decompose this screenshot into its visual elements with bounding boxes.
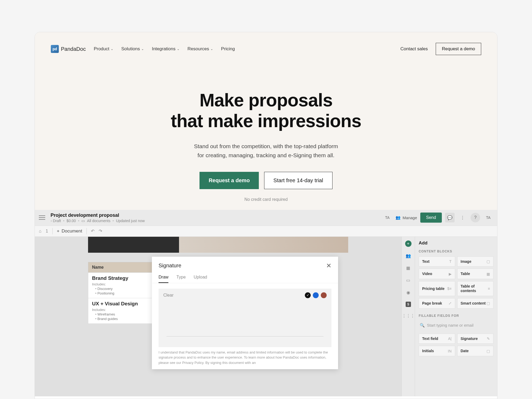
blocks-icon[interactable]: ▦ — [405, 265, 412, 271]
nav-right: Contact sales Request a demo — [400, 43, 481, 55]
block-page-break[interactable]: Page break⤢ — [419, 298, 455, 309]
page-count: 1 — [46, 229, 48, 234]
redo-icon[interactable]: ↷ — [99, 228, 102, 234]
color-black[interactable]: ✓ — [305, 292, 311, 298]
help-button[interactable]: ? — [471, 213, 480, 222]
block-label: Table of contents — [461, 284, 488, 293]
tab-upload[interactable]: Upload — [194, 272, 207, 283]
nav-label: Product — [94, 46, 109, 52]
recipient-search[interactable]: 🔍 Start typing name or email — [419, 321, 493, 330]
contact-sales-link[interactable]: Contact sales — [400, 46, 428, 52]
block-image[interactable]: Image▢ — [457, 256, 494, 267]
panel-content: Add CONTENT BLOCKS TextT Image▢ Video▶ T… — [415, 237, 497, 396]
color-blue[interactable] — [313, 292, 319, 298]
folder-label[interactable]: All documents — [87, 219, 110, 223]
chevron-down-icon: ⌄ — [111, 47, 113, 51]
color-red[interactable] — [321, 292, 327, 298]
nav-integrations[interactable]: Integrations ⌄ — [152, 46, 180, 52]
row-title: UX + Visual Design — [92, 301, 153, 307]
signature-title: Signature — [159, 263, 181, 269]
home-icon[interactable]: ⌂ — [39, 229, 41, 234]
block-table[interactable]: Table▦ — [457, 269, 494, 279]
add-document-button[interactable]: + Document — [57, 228, 82, 234]
updated-label: Updated just now — [116, 219, 145, 223]
row-item: Wireframes — [95, 312, 153, 316]
send-button[interactable]: Send — [420, 213, 442, 223]
block-smart-content[interactable]: Smart content▢ — [457, 298, 494, 309]
nav-pricing[interactable]: Pricing — [221, 46, 235, 52]
field-date[interactable]: Date▢ — [457, 346, 494, 356]
people-icon[interactable]: 👥 — [405, 253, 412, 259]
grid-icon[interactable]: ⋮⋮⋮ — [405, 313, 412, 319]
block-pricing-table[interactable]: Pricing table$≡ — [419, 281, 455, 296]
request-demo-cta[interactable]: Request a demo — [200, 172, 259, 189]
avatar[interactable]: TA — [483, 214, 493, 221]
document-side-table: Name Brand Strategy Includes: Discovery … — [88, 262, 157, 324]
hero-title-line2: that make impressions — [171, 111, 361, 131]
nav-solutions[interactable]: Solutions ⌄ — [121, 46, 144, 52]
hamburger-icon[interactable] — [39, 215, 45, 220]
pagebreak-icon: ⤢ — [448, 301, 452, 305]
block-label: Date — [461, 349, 469, 353]
nav-label: Integrations — [152, 46, 176, 52]
field-text[interactable]: Text fieldA| — [419, 334, 455, 344]
field-initials[interactable]: InitialsIN — [419, 346, 455, 356]
block-label: Page break — [422, 301, 442, 306]
block-text[interactable]: TextT — [419, 256, 455, 267]
request-demo-button[interactable]: Request a demo — [436, 43, 481, 55]
block-video[interactable]: Video▶ — [419, 269, 455, 279]
design-icon[interactable]: ◉ — [405, 289, 412, 296]
chevron-down-icon: ⌄ — [177, 47, 180, 51]
signature-line — [167, 336, 323, 336]
hero-note: No credit card required — [35, 197, 497, 202]
project-meta: ◦ Draft • $0.00 • ▭ All documents • Upda… — [51, 219, 383, 223]
hero-section: pd PandaDoc Product ⌄ Solutions ⌄ Integr… — [35, 32, 497, 210]
date-icon: ▢ — [487, 349, 490, 353]
block-label: Table — [461, 272, 470, 276]
table-icon: ▦ — [487, 272, 490, 276]
right-panel: + 👥 ▦ ▭ ◉ $ ⋮⋮⋮ Add CONTENT BLOCKS TextT… — [401, 237, 497, 396]
block-label: Signature — [461, 336, 478, 341]
add-icon[interactable]: + — [405, 240, 412, 247]
tab-type[interactable]: Type — [176, 272, 186, 283]
close-icon[interactable]: ✕ — [326, 262, 331, 269]
browser-frame: pd PandaDoc Product ⌄ Solutions ⌄ Integr… — [35, 32, 497, 399]
manage-button[interactable]: 👥 Manage — [396, 215, 417, 220]
logo[interactable]: pd PandaDoc — [51, 45, 86, 53]
dot-icon: • — [63, 219, 64, 223]
start-trial-cta[interactable]: Start free 14-day trial — [264, 172, 332, 189]
search-icon: 🔍 — [420, 323, 425, 328]
pricing-icon[interactable]: $ — [406, 302, 411, 307]
block-label: Video — [422, 272, 432, 276]
signature-toolbar: Clear ✓ — [159, 289, 331, 302]
row-sub: Includes: — [92, 308, 153, 312]
layout-icon[interactable]: ▭ — [405, 277, 412, 284]
hero-subtitle: Stand out from the competition, with the… — [35, 142, 497, 160]
block-toc[interactable]: Table of contents≡ — [457, 281, 494, 296]
clear-button[interactable]: Clear — [163, 293, 173, 298]
table-row: UX + Visual Design Includes: Wireframes … — [88, 298, 157, 324]
dot-icon: • — [78, 219, 79, 223]
nav-links: Product ⌄ Solutions ⌄ Integrations ⌄ Res… — [94, 46, 400, 52]
avatar[interactable]: TA — [383, 214, 392, 221]
undo-icon[interactable]: ↶ — [91, 228, 94, 234]
more-button[interactable]: ⋮ — [458, 213, 467, 222]
plus-icon: + — [57, 228, 60, 234]
comment-button[interactable]: 💬 — [445, 213, 455, 222]
hero-content: Make proposals that make impressions Sta… — [35, 90, 497, 202]
signature-disclaimer: I understand that PandaDoc uses my name,… — [152, 350, 338, 369]
search-placeholder: Start typing name or email — [427, 323, 473, 327]
logo-icon: pd — [51, 45, 59, 53]
signature-canvas[interactable]: Clear ✓ — [159, 289, 331, 347]
tab-draw[interactable]: Draw — [159, 272, 168, 283]
smart-icon: ▢ — [487, 301, 490, 305]
nav-product[interactable]: Product ⌄ — [94, 46, 113, 52]
content-blocks-grid: TextT Image▢ Video▶ Table▦ Pricing table… — [419, 256, 493, 309]
price-label: $0.00 — [66, 219, 76, 223]
panel-icon-rail: + 👥 ▦ ▭ ◉ $ ⋮⋮⋮ — [402, 237, 415, 396]
logo-text: PandaDoc — [61, 46, 86, 52]
field-signature[interactable]: Signature✎ — [457, 334, 494, 344]
nav-resources[interactable]: Resources ⌄ — [188, 46, 213, 52]
table-header: Name — [88, 262, 157, 273]
signature-modal: Signature ✕ Draw Type Upload Clear ✓ — [152, 257, 338, 369]
